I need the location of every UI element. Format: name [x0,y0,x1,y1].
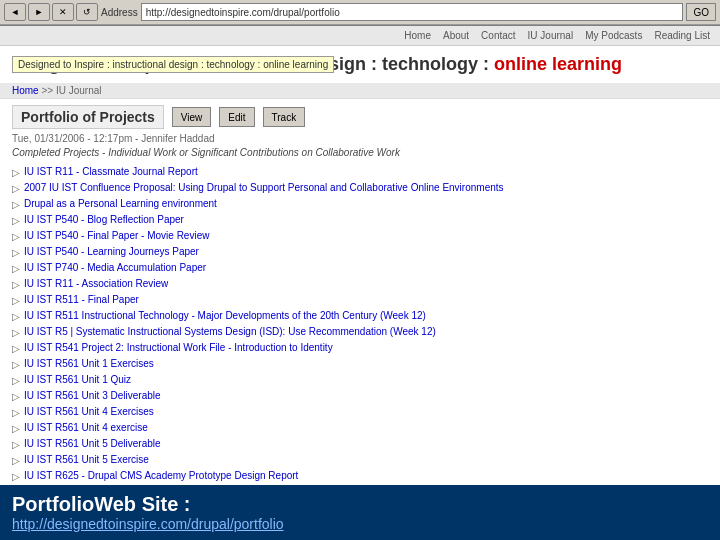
forward-button[interactable]: ► [28,3,50,21]
list-item: ▷IU IST P540 - Blog Reflection Paper [12,212,708,228]
site-title-bar: Designed to Inspire : instructional desi… [0,46,720,83]
list-bullet: ▷ [12,262,20,275]
project-link[interactable]: IU IST R561 Unit 4 exercise [24,421,148,434]
website-content: Home About Contact IU Journal My Podcast… [0,26,720,486]
post-meta: Tue, 01/31/2006 - 12:17pm - Jennifer Had… [12,133,708,144]
site-title-sep2: : [366,54,382,74]
list-item: ▷2007 IU IST Confluence Proposal: Using … [12,180,708,196]
project-link[interactable]: IU IST R511 - Final Paper [24,293,139,306]
list-item: ▷IU IST R561 Unit 3 Deliverable [12,388,708,404]
site-title-sep3: : [478,54,494,74]
browser-toolbar: ◄ ► ✕ ↺ Address GO [0,0,720,25]
project-link[interactable]: IU IST R561 Unit 5 Exercise [24,453,149,466]
view-button[interactable]: View [172,107,212,127]
nav-contact[interactable]: Contact [481,30,515,41]
list-bullet: ▷ [12,182,20,195]
list-item: ▷IU IST P540 - Final Paper - Movie Revie… [12,228,708,244]
nav-journal[interactable]: IU Journal [528,30,574,41]
breadcrumb-home[interactable]: Home [12,85,39,96]
site-title-tooltip: Designed to Inspire : instructional desi… [12,56,334,73]
portfolio-header: Portfolio of Projects View Edit Track [12,105,708,129]
list-item: ▷IU IST R561 Unit 4 Exercises [12,404,708,420]
list-bullet: ▷ [12,438,20,451]
nav-reading[interactable]: Reading List [654,30,710,41]
project-link[interactable]: IU IST R561 Unit 5 Deliverable [24,437,161,450]
nav-buttons: ◄ ► ✕ ↺ [4,3,98,21]
list-item: ▷IU IST R541 Project 2: Instructional Wo… [12,340,708,356]
list-item: ▷IU IST R561 Unit 5 Exercise [12,452,708,468]
list-item: ▷Drupal as a Personal Learning environme… [12,196,708,212]
list-item: ▷IU IST R625 - Drupal CMS Academy Protot… [12,468,708,484]
breadcrumb-current: IU Journal [56,85,102,96]
bottom-title: Portfolio [12,493,94,516]
site-title-part3: online learning [494,54,622,74]
list-item: ▷IU IST R511 Instructional Technology - … [12,308,708,324]
list-item: ▷IU IST R561 Unit 4 exercise [12,420,708,436]
bottom-bar: Portfolio Web Site : http://designedtoin… [0,485,720,540]
list-bullet: ▷ [12,278,20,291]
post-description: Completed Projects - Individual Work or … [12,147,708,158]
project-list: ▷IU IST R11 - Classmate Journal Report▷2… [12,164,708,486]
project-link[interactable]: IU IST P540 - Final Paper - Movie Review [24,229,209,242]
project-link[interactable]: IU IST R5 | Systematic Instructional Sys… [24,325,436,338]
list-item: ▷IU IST R511 - Final Paper [12,292,708,308]
list-bullet: ▷ [12,214,20,227]
project-link[interactable]: IU IST R625 - Drupal CMS Academy Prototy… [24,469,298,482]
browser-chrome: ◄ ► ✕ ↺ Address GO [0,0,720,26]
project-link[interactable]: Drupal as a Personal Learning environmen… [24,197,217,210]
breadcrumb-separator: >> [39,85,56,96]
content-area: Portfolio of Projects View Edit Track Tu… [0,99,720,486]
list-bullet: ▷ [12,406,20,419]
list-bullet: ▷ [12,294,20,307]
list-item: ▷IU IST R11 - Association Review [12,276,708,292]
list-item: ▷IU IST R11 - Classmate Journal Report [12,164,708,180]
project-link[interactable]: IU IST P540 - Learning Journeys Paper [24,245,199,258]
project-link[interactable]: IU IST R541 Project 2: Instructional Wor… [24,341,333,354]
project-link[interactable]: IU IST P740 - Media Accumulation Paper [24,261,206,274]
project-link[interactable]: IU IST R561 Unit 1 Exercises [24,357,154,370]
list-bullet: ▷ [12,454,20,467]
project-link[interactable]: IU IST R561 Unit 3 Deliverable [24,389,161,402]
list-bullet: ▷ [12,342,20,355]
track-button[interactable]: Track [263,107,306,127]
bottom-url[interactable]: http://designedtoinspire.com/drupal/port… [12,516,708,532]
site-navigation: Home About Contact IU Journal My Podcast… [0,26,720,46]
project-link[interactable]: IU IST P540 - Blog Reflection Paper [24,213,184,226]
portfolio-title: Portfolio of Projects [12,105,164,129]
list-item: ▷IU IST R5 | Systematic Instructional Sy… [12,324,708,340]
list-item: ▷IU IST P540 - Learning Journeys Paper [12,244,708,260]
list-item: ▷IU IST R561 Unit 5 Deliverable [12,436,708,452]
breadcrumb: Home >> IU Journal [0,83,720,99]
project-link[interactable]: 2007 IU IST Confluence Proposal: Using D… [24,181,504,194]
list-bullet: ▷ [12,470,20,483]
list-bullet: ▷ [12,422,20,435]
nav-home[interactable]: Home [404,30,431,41]
address-label: Address [101,7,138,18]
list-bullet: ▷ [12,390,20,403]
back-button[interactable]: ◄ [4,3,26,21]
list-item: ▷IU IST R561 Unit 1 Exercises [12,356,708,372]
list-bullet: ▷ [12,358,20,371]
list-bullet: ▷ [12,310,20,323]
refresh-button[interactable]: ↺ [76,3,98,21]
list-bullet: ▷ [12,198,20,211]
nav-about[interactable]: About [443,30,469,41]
list-bullet: ▷ [12,246,20,259]
nav-podcasts[interactable]: My Podcasts [585,30,642,41]
project-link[interactable]: IU IST R11 - Association Review [24,277,168,290]
stop-button[interactable]: ✕ [52,3,74,21]
edit-button[interactable]: Edit [219,107,254,127]
project-link[interactable]: IU IST R11 - Classmate Journal Report [24,165,198,178]
project-link[interactable]: IU IST R561 Unit 4 Exercises [24,405,154,418]
list-bullet: ▷ [12,326,20,339]
site-title-tooltip-container: Designed to Inspire : instructional desi… [12,54,622,75]
project-link[interactable]: IU IST R511 Instructional Technology - M… [24,309,426,322]
list-bullet: ▷ [12,374,20,387]
list-bullet: ▷ [12,230,20,243]
list-item: ▷IU IST R561 Unit 1 Quiz [12,372,708,388]
project-link[interactable]: IU IST R561 Unit 1 Quiz [24,373,131,386]
go-button[interactable]: GO [686,3,716,21]
list-bullet: ▷ [12,166,20,179]
address-input[interactable] [141,3,684,21]
bottom-separator: Web Site : [94,493,190,516]
